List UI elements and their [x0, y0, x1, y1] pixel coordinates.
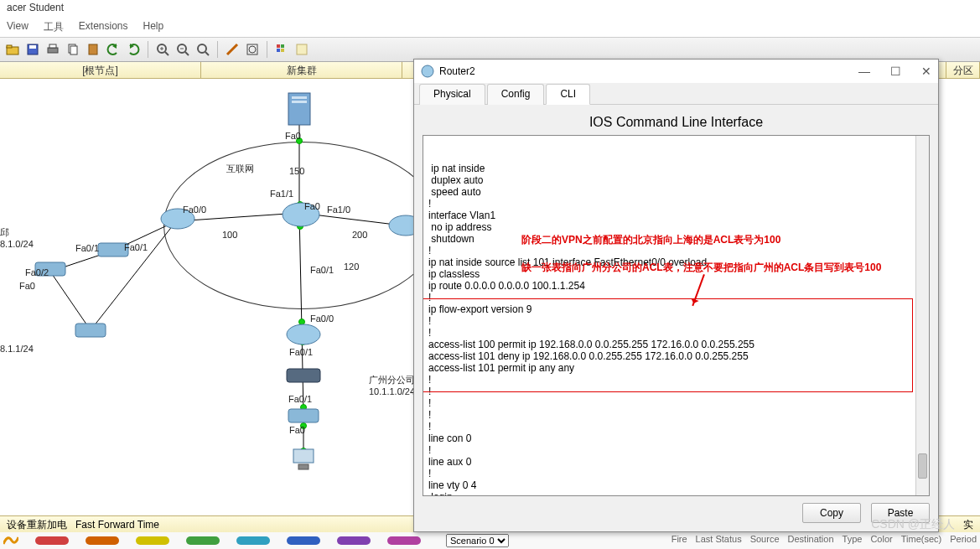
- col-fire: Fire: [671, 534, 687, 549]
- svg-line-14: [185, 52, 189, 55]
- pen-cyan[interactable]: [236, 536, 270, 545]
- toolbar-undo-icon[interactable]: [104, 40, 122, 59]
- port-label: Fa0: [285, 131, 301, 141]
- svg-rect-4: [48, 48, 58, 53]
- svg-point-49: [422, 65, 433, 77]
- dialog-title-bar[interactable]: Router2 ― ☐ ✕: [414, 60, 938, 83]
- scrollbar[interactable]: [915, 136, 929, 495]
- port-label: Fa1/0: [327, 205, 350, 215]
- svg-rect-24: [297, 44, 307, 54]
- pen-orange[interactable]: [86, 536, 119, 545]
- svg-rect-47: [293, 449, 314, 463]
- status-fft[interactable]: Fast Forward Time: [75, 519, 159, 531]
- svg-rect-44: [75, 324, 106, 337]
- pen-blue[interactable]: [287, 536, 320, 545]
- svg-rect-23: [281, 49, 284, 52]
- toolbar-print-icon[interactable]: [44, 40, 62, 59]
- port-label: Fa0/0: [310, 313, 334, 324]
- menu-tools[interactable]: 工具: [44, 20, 64, 35]
- toolbar-zoom-in-icon[interactable]: [153, 40, 172, 59]
- port-label: Fa0/0: [183, 205, 206, 215]
- col-time: Time(sec): [901, 534, 941, 549]
- col-period: Period: [950, 534, 977, 549]
- toolbar-redo-icon[interactable]: [124, 40, 143, 59]
- toolbar-grid-icon[interactable]: [272, 40, 291, 59]
- switch-device[interactable]: [74, 320, 107, 342]
- network-label: 广州分公司 10.1.1.0/24: [369, 374, 415, 396]
- port-label: Fa1/1: [270, 189, 293, 199]
- svg-rect-37: [292, 101, 307, 103]
- port-label: Fa0/2: [25, 267, 49, 277]
- menu-help[interactable]: Help: [143, 20, 164, 35]
- toolbar-note-icon[interactable]: [293, 40, 311, 59]
- svg-point-19: [249, 46, 256, 53]
- svg-rect-3: [29, 45, 36, 49]
- cli-title: IOS Command Line Interface: [423, 110, 930, 135]
- status-realtime[interactable]: 实: [963, 518, 973, 532]
- mode-icon[interactable]: [3, 534, 18, 547]
- cli-terminal[interactable]: ip nat inside duplex auto speed auto ! i…: [423, 135, 930, 496]
- toolbar-paste-icon[interactable]: [84, 40, 102, 59]
- link-weight: 100: [222, 230, 237, 240]
- bottom-bar: Scenario 0 Fire Last Status Source Desti…: [0, 532, 980, 549]
- toolbar-open-icon[interactable]: [3, 40, 22, 59]
- col-last: Last Status: [696, 534, 742, 549]
- svg-line-10: [165, 52, 169, 55]
- toolbar-draw-icon[interactable]: [223, 40, 241, 59]
- port-label: Fa0: [19, 281, 35, 291]
- svg-rect-7: [70, 46, 77, 54]
- maximize-icon[interactable]: ☐: [890, 65, 901, 78]
- tab-physical[interactable]: Physical: [419, 84, 485, 105]
- paste-button[interactable]: Paste: [871, 503, 930, 523]
- col-color: Color: [870, 534, 892, 549]
- toolbar-copy-icon[interactable]: [64, 40, 82, 59]
- tab-cluster[interactable]: 新集群: [201, 62, 402, 78]
- network-label: 邱 8.1.0/24: [0, 226, 34, 249]
- svg-rect-20: [277, 44, 280, 48]
- close-icon[interactable]: ✕: [921, 65, 931, 78]
- link-weight: 150: [289, 166, 304, 176]
- switch-device[interactable]: [285, 365, 322, 387]
- app-title: acer Student: [7, 2, 64, 13]
- toolbar-zoom-out-icon[interactable]: [174, 40, 192, 59]
- tab-cli[interactable]: CLI: [546, 84, 590, 105]
- scrollbar-thumb[interactable]: [918, 453, 927, 479]
- copy-button[interactable]: Copy: [802, 503, 861, 523]
- tab-config[interactable]: Config: [487, 84, 545, 105]
- tab-zone[interactable]: 分区: [946, 62, 980, 78]
- toolbar-save-icon[interactable]: [23, 40, 42, 59]
- link-weight: 120: [344, 262, 359, 272]
- port-label: Fa0/1: [124, 242, 148, 252]
- port-label: Fa0/1: [288, 394, 312, 404]
- port-label: Fa0/1: [310, 265, 334, 275]
- dialog-title: Router2: [439, 65, 475, 77]
- pen-green[interactable]: [186, 536, 220, 545]
- toolbar-zoom-reset-icon[interactable]: [194, 40, 212, 59]
- pen-yellow[interactable]: [136, 536, 169, 545]
- router-dialog: Router2 ― ☐ ✕ Physical Config CLI IOS Co…: [413, 59, 939, 532]
- toolbar-shape-icon[interactable]: [243, 40, 262, 59]
- pen-red[interactable]: [35, 536, 69, 545]
- svg-line-17: [205, 52, 209, 55]
- router-device[interactable]: [285, 322, 322, 349]
- pen-magenta[interactable]: [387, 536, 421, 545]
- scenario-select[interactable]: Scenario 0: [446, 534, 509, 547]
- app-title-bar: acer Student: [0, 0, 980, 18]
- svg-point-41: [287, 324, 320, 344]
- toolbar-separator: [148, 41, 148, 58]
- svg-point-16: [198, 44, 206, 53]
- minimize-icon[interactable]: ―: [858, 65, 870, 78]
- network-label: 8.1.1/24: [0, 344, 34, 354]
- pen-purple[interactable]: [337, 536, 371, 545]
- cli-output: ip nat inside duplex auto speed auto ! i…: [428, 163, 924, 496]
- svg-rect-45: [287, 369, 320, 382]
- port-label: Fa0/1: [289, 347, 313, 357]
- toolbar-separator: [217, 41, 218, 58]
- router-icon: [421, 65, 434, 78]
- svg-rect-21: [281, 44, 284, 48]
- server-device[interactable]: [285, 91, 314, 130]
- pc-device[interactable]: [290, 448, 317, 474]
- menu-extensions[interactable]: Extensions: [79, 20, 128, 35]
- tab-root[interactable]: [根节点]: [0, 62, 201, 78]
- menu-view[interactable]: View: [7, 20, 29, 35]
